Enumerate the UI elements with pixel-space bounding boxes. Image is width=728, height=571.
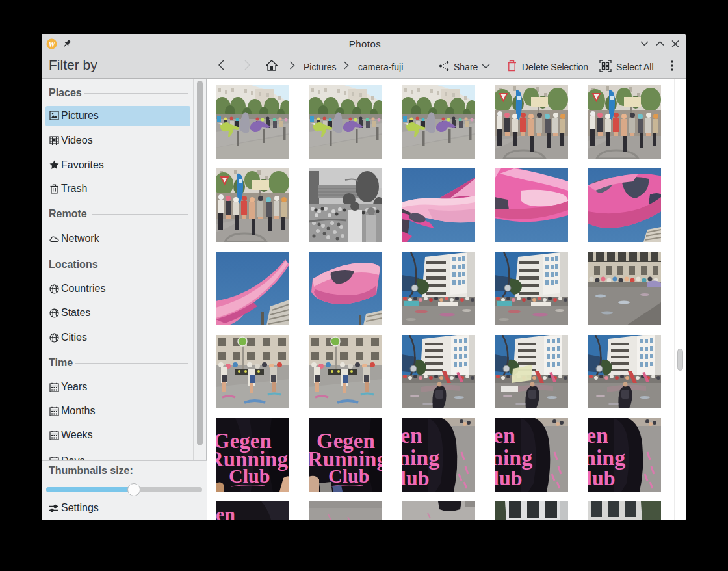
svg-text:W: W bbox=[48, 40, 55, 48]
